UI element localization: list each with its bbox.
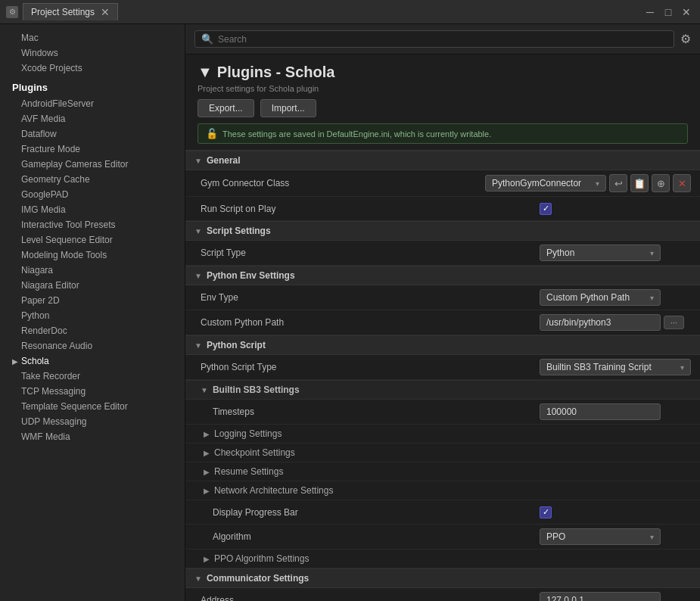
- algorithm-dropdown[interactable]: PPO ▾: [540, 528, 661, 545]
- section-header-general[interactable]: ▼ General: [185, 151, 700, 170]
- tab-close-button[interactable]: ✕: [101, 7, 110, 17]
- collapsed-row-checkpoint[interactable]: ▶ Checkpoint Settings: [185, 444, 700, 462]
- collapsed-row-logging[interactable]: ▶ Logging Settings: [185, 425, 700, 444]
- sidebar-item-tcpmessaging[interactable]: TCP Messaging: [0, 384, 185, 399]
- content-area: 🔍 ⚙ ▼ Plugins - Schola Project settings …: [185, 24, 700, 601]
- info-message: These settings are saved in DefaultEngin…: [222, 129, 491, 139]
- sidebar-item-paper2d[interactable]: Paper 2D: [0, 293, 185, 308]
- gym-connector-dropdown-arrow: ▾: [596, 179, 599, 188]
- checkpoint-expand-arrow: ▶: [204, 449, 210, 457]
- plugin-buttons: Export... Import...: [198, 99, 688, 117]
- custom-python-path-input[interactable]: [540, 314, 661, 331]
- python-script-arrow: ▼: [194, 341, 202, 350]
- section-header-communicator[interactable]: ▼ Communicator Settings: [185, 568, 700, 588]
- section-label-builtin-sb3: Builtin SB3 Settings: [213, 385, 300, 395]
- collapsed-row-ppo-algorithm[interactable]: ▶ PPO Algorithm Settings: [185, 550, 700, 568]
- close-window-button[interactable]: ✕: [679, 5, 694, 20]
- sidebar-item-gameplaycameraseditor[interactable]: Gameplay Cameras Editor: [0, 157, 185, 172]
- sidebar-item-niagaraeditor[interactable]: Niagara Editor: [0, 278, 185, 293]
- gym-connector-dropdown-value: PythonGymConnector: [492, 178, 581, 188]
- search-input-wrapper: 🔍: [194, 30, 674, 48]
- window-controls: ─ □ ✕: [642, 5, 694, 20]
- plugin-header: ▼ Plugins - Schola Project settings for …: [185, 54, 700, 151]
- sidebar-item-schola[interactable]: ▶ Schola: [0, 353, 185, 369]
- sidebar-item-geometrycache[interactable]: Geometry Cache: [0, 172, 185, 187]
- sidebar-item-mac[interactable]: Mac: [0, 30, 185, 45]
- section-header-builtin-sb3[interactable]: ▼ Builtin SB3 Settings: [185, 380, 700, 400]
- section-header-python-script[interactable]: ▼ Python Script: [185, 335, 700, 355]
- python-script-type-dropdown-arrow: ▾: [680, 363, 684, 372]
- search-input[interactable]: [218, 34, 667, 45]
- sidebar-item-python[interactable]: Python: [0, 308, 185, 323]
- timesteps-value: [540, 403, 691, 420]
- builtin-sb3-arrow: ▼: [201, 386, 208, 394]
- section-header-python-env[interactable]: ▼ Python Env Settings: [185, 266, 700, 285]
- plugin-subtitle: Project settings for Schola plugin: [198, 84, 688, 93]
- gym-connector-copy-btn[interactable]: 📋: [630, 174, 649, 192]
- sidebar-section-plugins: Plugins: [0, 76, 185, 96]
- resume-label: Resume Settings: [214, 466, 283, 477]
- settings-gear-icon[interactable]: ⚙: [680, 32, 691, 46]
- setting-row-run-script: Run Script on Play: [185, 197, 700, 221]
- sidebar-item-windows[interactable]: Windows: [0, 45, 185, 61]
- setting-row-env-type: Env Type Custom Python Path ▾: [185, 285, 700, 310]
- script-settings-arrow: ▼: [194, 227, 202, 235]
- script-type-label: Script Type: [194, 248, 540, 258]
- sidebar-item-renderdoc[interactable]: RenderDoc: [0, 323, 185, 338]
- section-header-script-settings[interactable]: ▼ Script Settings: [185, 221, 700, 241]
- setting-row-custom-python-path: Custom Python Path ···: [185, 310, 700, 335]
- export-button[interactable]: Export...: [198, 99, 254, 117]
- display-progress-bar-checkbox[interactable]: [540, 506, 552, 518]
- ppo-algorithm-label: PPO Algorithm Settings: [214, 553, 309, 564]
- sidebar-item-levelsequenceeditor[interactable]: Level Sequence Editor: [0, 232, 185, 248]
- minimize-button[interactable]: ─: [642, 5, 658, 20]
- gym-connector-add-btn[interactable]: ⊕: [652, 174, 670, 192]
- setting-row-python-script-type: Python Script Type Builtin SB3 Training …: [185, 355, 700, 380]
- import-button[interactable]: Import...: [260, 99, 316, 117]
- general-expand-arrow: ▼: [194, 157, 202, 165]
- plugin-title: ▼ Plugins - Schola: [198, 64, 688, 81]
- display-progress-bar-label: Display Progress Bar: [194, 507, 540, 518]
- sidebar-item-androidfileserver[interactable]: AndroidFileServer: [0, 96, 185, 111]
- plugin-title-arrow[interactable]: ▼: [198, 64, 213, 81]
- sidebar-item-avfmedia[interactable]: AVF Media: [0, 111, 185, 126]
- sidebar-item-resonanceaudio[interactable]: Resonance Audio: [0, 338, 185, 353]
- address-input[interactable]: [540, 592, 661, 601]
- gym-connector-dropdown[interactable]: PythonGymConnector ▾: [485, 175, 606, 192]
- script-type-dropdown[interactable]: Python ▾: [540, 244, 661, 261]
- sidebar-item-udpmessaging[interactable]: UDP Messaging: [0, 414, 185, 429]
- sidebar-item-niagara[interactable]: Niagara: [0, 263, 185, 278]
- sidebar-item-takerecorder[interactable]: Take Recorder: [0, 369, 185, 384]
- gym-connector-reset-btn[interactable]: ↩: [609, 174, 627, 192]
- setting-row-timesteps: Timesteps: [185, 400, 700, 425]
- run-script-label: Run Script on Play: [194, 204, 540, 214]
- sidebar-item-fracturemode[interactable]: Fracture Mode: [0, 142, 185, 157]
- sidebar-item-wmfmedia[interactable]: WMF Media: [0, 429, 185, 444]
- sidebar-item-interactivetoolpresets[interactable]: Interactive Tool Presets: [0, 217, 185, 232]
- python-script-type-dropdown[interactable]: Builtin SB3 Training Script ▾: [540, 359, 691, 375]
- network-arch-label: Network Architecture Settings: [214, 485, 333, 496]
- setting-row-gym-connector: Gym Connector Class PythonGymConnector ▾…: [185, 170, 700, 197]
- sidebar-item-templatesequenceeditor[interactable]: Template Sequence Editor: [0, 399, 185, 414]
- python-script-type-dropdown-value: Builtin SB3 Training Script: [546, 362, 652, 372]
- network-arch-expand-arrow: ▶: [204, 487, 210, 495]
- sidebar-item-imgmedia[interactable]: IMG Media: [0, 202, 185, 217]
- sidebar-item-modelingmodetools[interactable]: Modeling Mode Tools: [0, 248, 185, 263]
- resume-expand-arrow: ▶: [204, 468, 210, 476]
- timesteps-input[interactable]: [540, 403, 661, 420]
- env-type-dropdown[interactable]: Custom Python Path ▾: [540, 289, 661, 306]
- custom-python-path-browse-btn[interactable]: ···: [664, 316, 684, 329]
- section-label-general: General: [207, 155, 241, 166]
- run-script-value: [540, 203, 691, 215]
- sidebar-item-googlepad[interactable]: GooglePAD: [0, 187, 185, 202]
- sidebar-item-dataflow[interactable]: Dataflow: [0, 126, 185, 142]
- title-bar-tab[interactable]: Project Settings ✕: [23, 3, 118, 20]
- maximize-button[interactable]: □: [661, 5, 676, 20]
- run-script-checkbox[interactable]: [540, 203, 552, 215]
- collapsed-row-resume[interactable]: ▶ Resume Settings: [185, 462, 700, 481]
- sidebar-item-xcode[interactable]: Xcode Projects: [0, 61, 185, 76]
- algorithm-dropdown-value: PPO: [546, 531, 565, 542]
- collapsed-row-network-arch[interactable]: ▶ Network Architecture Settings: [185, 481, 700, 500]
- sidebar-item-schola-label: Schola: [21, 356, 49, 366]
- gym-connector-clear-btn[interactable]: ✕: [673, 174, 691, 192]
